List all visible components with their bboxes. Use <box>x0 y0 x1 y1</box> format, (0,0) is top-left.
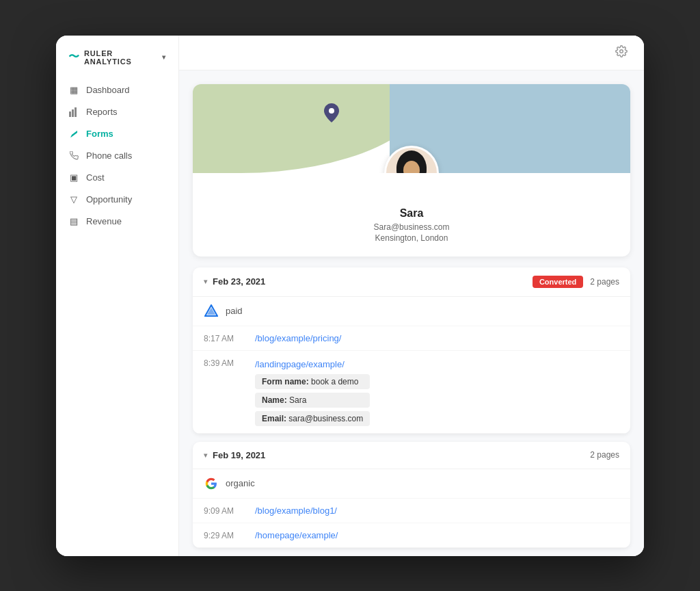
visit-row-2-2: 9:29 AM /homepage/example/ <box>193 523 630 548</box>
avatar-circle <box>386 148 437 173</box>
session-meta-1: Converted 2 pages <box>533 276 619 288</box>
session-card-2: ▾ Feb 19, 2021 2 pages <box>193 442 630 548</box>
name-value: Sara <box>289 395 306 405</box>
sidebar-logo[interactable]: 〜 RULER ANALYTICS ▾ <box>56 49 178 79</box>
source-label-2: organic <box>226 478 255 488</box>
revenue-icon: ▤ <box>68 216 79 227</box>
visit-row-2-1: 9:09 AM /blog/example/blog1/ <box>193 499 630 523</box>
sidebar-item-label: Opportunity <box>86 194 132 205</box>
main-header <box>179 36 644 70</box>
sidebar-item-forms[interactable]: Forms <box>56 123 178 145</box>
name-label: Name: <box>262 395 287 405</box>
chevron-icon-2: ▾ <box>204 451 207 459</box>
form-name-value: book a demo <box>311 377 358 386</box>
sidebar-item-label: Phone calls <box>86 150 132 161</box>
sidebar-item-revenue[interactable]: ▤ Revenue <box>56 211 178 233</box>
session-date-2: Feb 19, 2021 <box>213 450 265 460</box>
form-name-chip: Form name: book a demo <box>255 374 370 389</box>
name-chip: Name: Sara <box>255 393 370 408</box>
visit-url[interactable]: /blog/example/pricing/ <box>255 333 341 343</box>
svg-marker-3 <box>70 131 77 137</box>
email-label: Email: <box>262 414 286 423</box>
sidebar: 〜 RULER ANALYTICS ▾ ▦ Dashboard Reports <box>56 36 179 556</box>
form-name-label: Form name: <box>262 377 309 386</box>
chevron-icon: ▾ <box>204 278 207 285</box>
session-header-2[interactable]: ▾ Feb 19, 2021 2 pages <box>193 442 630 469</box>
pages-count-2: 2 pages <box>590 450 619 460</box>
email-value: sara@business.com <box>288 414 363 423</box>
sidebar-item-reports[interactable]: Reports <box>56 101 178 123</box>
pages-count-1: 2 pages <box>590 277 619 287</box>
svg-point-5 <box>329 108 334 114</box>
app-window: 〜 RULER ANALYTICS ▾ ▦ Dashboard Reports <box>56 36 644 556</box>
visit-url-2-2[interactable]: /homepage/example/ <box>255 530 338 540</box>
visit-row-1-2: 8:39 AM /landingpage/example/ Form name:… <box>193 351 630 434</box>
sidebar-item-dashboard[interactable]: ▦ Dashboard <box>56 79 178 101</box>
sidebar-item-opportunity[interactable]: ▽ Opportunity <box>56 189 178 211</box>
profile-banner <box>193 84 630 173</box>
profile-name: Sara <box>206 207 617 220</box>
svg-rect-1 <box>72 109 74 117</box>
google-icon <box>204 476 219 491</box>
svg-rect-0 <box>69 111 71 117</box>
chevron-down-icon: ▾ <box>162 53 166 61</box>
session-card-1: ▾ Feb 23, 2021 Converted 2 pages <box>193 267 630 434</box>
google-ads-icon <box>204 304 219 319</box>
svg-point-4 <box>620 49 623 53</box>
reports-icon <box>68 107 79 118</box>
dashboard-icon: ▦ <box>68 85 79 96</box>
session-date: Feb 23, 2021 <box>213 276 265 287</box>
profile-email: Sara@business.com <box>206 222 617 232</box>
source-row-2: organic <box>193 469 630 499</box>
session-header-1[interactable]: ▾ Feb 23, 2021 Converted 2 pages <box>193 267 630 297</box>
sidebar-item-label: Dashboard <box>86 85 130 95</box>
session-meta-2: 2 pages <box>590 450 619 460</box>
sidebar-item-label: Forms <box>86 129 113 139</box>
profile-location: Kensington, London <box>206 233 617 243</box>
profile-info: Sara Sara@business.com Kensington, Londo… <box>193 173 630 257</box>
forms-icon <box>68 129 79 140</box>
ruler-logo-icon: 〜 <box>68 50 80 64</box>
svg-rect-2 <box>75 107 77 117</box>
converted-badge: Converted <box>533 276 583 288</box>
sidebar-item-label: Revenue <box>86 216 122 226</box>
app-name: RULER ANALYTICS <box>84 49 158 66</box>
sidebar-item-cost[interactable]: ▣ Cost <box>56 167 178 189</box>
sidebar-item-label: Cost <box>86 172 105 183</box>
visit-detail: /landingpage/example/ Form name: book a … <box>255 358 370 426</box>
sidebar-item-label: Reports <box>86 107 118 117</box>
visit-time: 8:17 AM <box>204 333 241 343</box>
visit-time-2-1: 9:09 AM <box>204 505 241 516</box>
visit-time-2-2: 9:29 AM <box>204 530 241 540</box>
phone-icon <box>68 150 79 161</box>
opportunity-icon: ▽ <box>68 194 79 205</box>
sidebar-item-phone-calls[interactable]: Phone calls <box>56 145 178 167</box>
main-content: Sara Sara@business.com Kensington, Londo… <box>179 36 644 556</box>
source-label-1: paid <box>226 306 243 316</box>
email-chip: Email: sara@business.com <box>255 411 370 426</box>
sidebar-nav: ▦ Dashboard Reports <box>56 79 178 233</box>
visit-url-2-1[interactable]: /blog/example/blog1/ <box>255 505 337 516</box>
profile-card: Sara Sara@business.com Kensington, Londo… <box>193 84 630 257</box>
session-date-row-2: ▾ Feb 19, 2021 <box>204 450 265 460</box>
source-row-1: paid <box>193 297 630 326</box>
visit-time: 8:39 AM <box>204 358 241 368</box>
visit-url[interactable]: /landingpage/example/ <box>255 359 345 369</box>
cost-icon: ▣ <box>68 172 79 183</box>
settings-button[interactable] <box>615 45 628 60</box>
session-date-row-1: ▾ Feb 23, 2021 <box>204 276 265 287</box>
form-details: Form name: book a demo Name: Sara Email:… <box>255 374 370 426</box>
visit-row-1-1: 8:17 AM /blog/example/pricing/ <box>193 326 630 351</box>
location-pin-icon <box>324 103 339 127</box>
